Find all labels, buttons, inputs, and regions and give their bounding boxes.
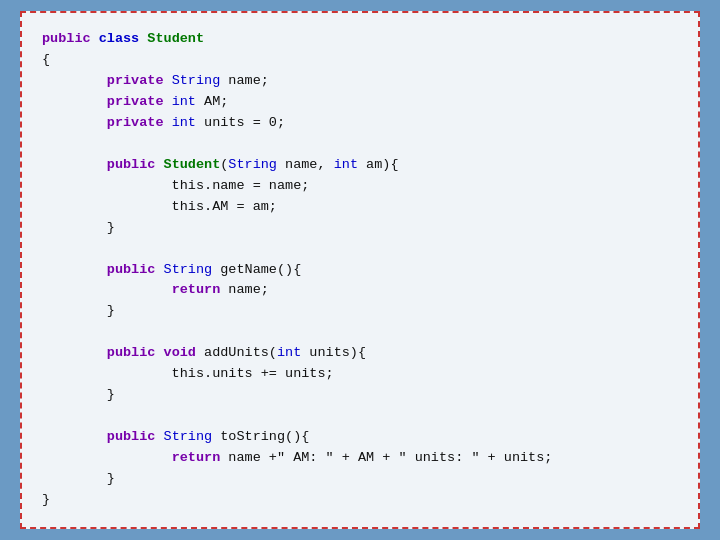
code-block: public class Student { private String na… (42, 29, 678, 510)
code-container: public class Student { private String na… (20, 11, 700, 528)
